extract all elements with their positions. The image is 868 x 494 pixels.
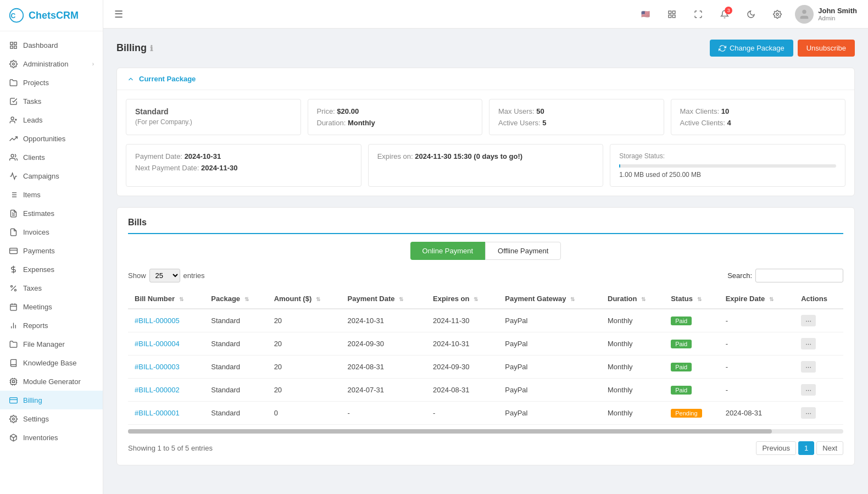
topbar-settings-button[interactable] [769,5,786,23]
user-profile[interactable]: John Smith Admin [795,5,857,24]
cell-expire-date: 2024-08-31 [719,402,795,425]
table-controls: Show 25 50 100 entries Search: [128,269,843,282]
sidebar-item-clients[interactable]: Clients [0,148,103,166]
col-expires-on[interactable]: Expires on ⇅ [426,289,498,309]
change-package-label: Change Package [730,44,784,52]
bill-number-link[interactable]: #BILL-000002 [135,386,180,394]
sidebar-item-items-label: Items [23,191,41,199]
entries-label: entries [183,271,205,280]
row-action-button[interactable]: ··· [801,361,816,373]
sidebar-item-expenses[interactable]: Expenses [0,260,103,279]
row-action-button[interactable]: ··· [801,315,816,326]
sidebar-item-items[interactable]: Items [0,185,103,204]
hamburger-button[interactable]: ☰ [114,8,123,20]
table-scroll-area: Bill Number ⇅ Package ⇅ Amount ($) ⇅ Pay… [128,289,843,425]
cell-package: Standard [204,332,267,356]
price-label: Price: [317,107,335,115]
package-grid-row1: Standard (For per Company.) Price: $20.0… [117,90,854,144]
page-1-button[interactable]: 1 [798,441,814,455]
cell-actions: ··· [794,332,843,356]
sidebar-item-administration[interactable]: Administration › [0,54,103,73]
page-title-text: Billing [116,42,147,54]
unsubscribe-label: Unsubscribe [806,44,846,52]
sidebar-item-taxes[interactable]: Taxes [0,279,103,297]
offline-payment-button[interactable]: Offline Payment [485,242,561,260]
sidebar-item-dashboard[interactable]: Dashboard [0,36,103,54]
bar-chart-icon [9,321,18,330]
table-scrollbar[interactable] [128,429,843,434]
sidebar-item-leads[interactable]: Leads [0,110,103,129]
col-bill-number[interactable]: Bill Number ⇅ [128,289,204,309]
sidebar-item-campaigns[interactable]: Campaigns [0,166,103,185]
cell-expire-date: - [719,379,795,402]
bill-number-link[interactable]: #BILL-000003 [135,363,180,371]
flag-icon[interactable]: 🇺🇸 [637,5,654,23]
info-icon[interactable]: ℹ [150,44,153,53]
sidebar-item-inventories[interactable]: Inventories [0,428,103,447]
storage-bar-fill [619,164,620,168]
apps-grid-button[interactable] [663,5,681,23]
cell-package: Standard [204,402,267,425]
notification-button[interactable]: 3 [716,5,733,23]
sidebar-item-taxes-label: Taxes [23,284,42,292]
col-amount[interactable]: Amount ($) ⇅ [268,289,341,309]
sidebar-item-invoices[interactable]: Invoices [0,223,103,241]
section-header-current-package[interactable]: Current Package [117,68,854,90]
svg-rect-33 [12,380,14,382]
bill-number-link[interactable]: #BILL-000004 [135,340,180,348]
col-package[interactable]: Package ⇅ [204,289,267,309]
sidebar-item-settings[interactable]: Settings [0,409,103,428]
active-clients-row: Active Clients: 4 [680,119,837,127]
page-title: Billing ℹ [116,42,153,54]
cell-payment-date: 2024-08-31 [341,356,426,379]
col-duration[interactable]: Duration ⇅ [601,289,664,309]
col-gateway[interactable]: Payment Gateway ⇅ [498,289,601,309]
sidebar-item-module-generator[interactable]: Module Generator [0,372,103,391]
sidebar-item-reports[interactable]: Reports [0,316,103,335]
payment-dates-card: Payment Date: 2024-10-31 Next Payment Da… [126,144,361,187]
svg-point-51 [803,9,806,13]
col-status[interactable]: Status ⇅ [664,289,719,309]
entries-select[interactable]: 25 50 100 [149,269,180,282]
notification-badge: 3 [725,7,732,14]
sidebar-item-billing[interactable]: Billing [0,391,103,409]
sidebar-item-meetings[interactable]: Meetings [0,297,103,316]
unsubscribe-button[interactable]: Unsubscribe [798,40,855,57]
sidebar-item-estimates[interactable]: Estimates [0,204,103,223]
svg-rect-5 [14,46,16,48]
trending-icon [9,134,18,143]
previous-page-button[interactable]: Previous [756,441,796,455]
package-desc: (For per Company.) [135,118,292,126]
sidebar-item-opportunities[interactable]: Opportunities [0,129,103,148]
search-input[interactable] [755,269,843,282]
cell-expires-on: 2024-09-30 [426,356,498,379]
row-action-button[interactable]: ··· [801,384,816,396]
bill-number-link[interactable]: #BILL-000001 [135,409,180,417]
calendar-icon [9,302,18,311]
cell-expire-date: - [719,356,795,379]
sidebar-item-file-manager[interactable]: File Manager [0,335,103,353]
col-expire-date[interactable]: Expire Date ⇅ [719,289,795,309]
user-info: John Smith Admin [818,7,857,21]
fullscreen-button[interactable] [689,5,707,23]
next-page-button[interactable]: Next [816,441,843,455]
sidebar-item-inventories-label: Inventories [23,434,58,442]
row-action-button[interactable]: ··· [801,338,816,349]
sidebar-item-projects[interactable]: Projects [0,73,103,92]
active-clients-value: 4 [727,119,731,127]
sidebar-item-tasks[interactable]: Tasks [0,92,103,110]
online-payment-button[interactable]: Online Payment [410,242,486,260]
percent-icon [9,284,18,292]
expires-value: 2024-11-30 15:30 (0 days to go!) [415,152,522,160]
sidebar-item-knowledge-base[interactable]: Knowledge Base [0,353,103,372]
col-payment-date[interactable]: Payment Date ⇅ [341,289,426,309]
box-icon [9,433,18,442]
cpu-icon [9,377,18,386]
theme-toggle-button[interactable] [742,5,760,23]
cell-duration: Monthly [601,379,664,402]
active-users-value: 5 [542,119,546,127]
sidebar-item-payments[interactable]: Payments [0,241,103,260]
change-package-button[interactable]: Change Package [710,40,793,57]
row-action-button[interactable]: ··· [801,407,816,419]
bill-number-link[interactable]: #BILL-000005 [135,317,180,325]
